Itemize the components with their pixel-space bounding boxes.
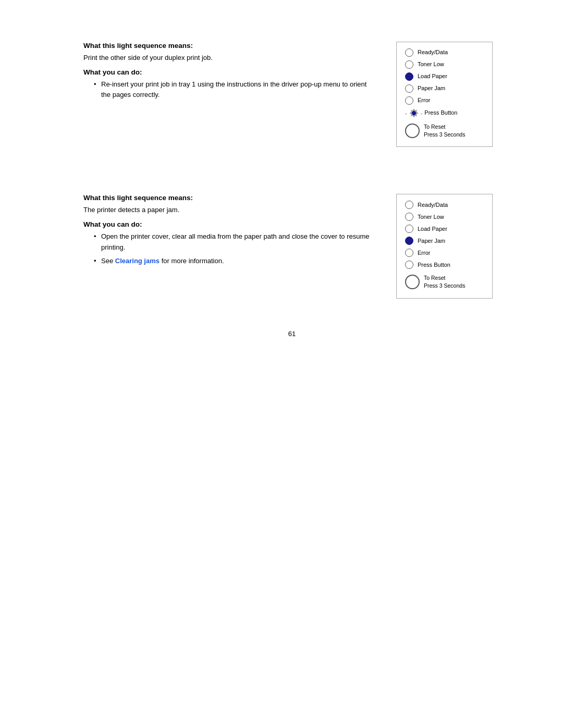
indicator-load-paper-1: Load Paper	[405, 72, 484, 81]
printer-panel-2: Ready/Data Toner Low Load Paper Paper Ja…	[396, 194, 493, 298]
led-error-2	[405, 249, 413, 257]
section-2: What this light sequence means: The prin…	[83, 194, 500, 298]
indicator-paper-jam-2: Paper Jam	[405, 237, 484, 245]
section-2-text: What this light sequence means: The prin…	[83, 194, 375, 298]
indicator-load-paper-2: Load Paper	[405, 225, 484, 233]
clearing-jams-link[interactable]: Clearing jams	[115, 257, 160, 265]
led-sunburst-1	[409, 108, 419, 118]
section-1-bullet-1: Re-insert your print job in tray 1 using…	[94, 79, 375, 101]
press-button-row-1: -	[405, 108, 484, 118]
indicator-ready-data-1: Ready/Data	[405, 48, 484, 57]
led-load-paper-2	[405, 225, 413, 233]
printer-panel-1: Ready/Data Toner Low Load Paper Paper Ja…	[396, 42, 493, 147]
reset-circle-1	[405, 124, 420, 138]
led-toner-low-1	[405, 60, 413, 69]
label-press-button-2: Press Button	[418, 262, 450, 268]
section-1: What this light sequence means: Print th…	[83, 42, 500, 147]
indicator-paper-jam-1: Paper Jam	[405, 84, 484, 93]
led-paper-jam-1	[405, 84, 413, 93]
label-toner-low-1: Toner Low	[418, 61, 444, 68]
reset-row-1: To ResetPress 3 Seconds	[405, 123, 484, 138]
divider	[83, 178, 500, 194]
reset-label-1: To ResetPress 3 Seconds	[424, 123, 465, 138]
section-2-bullet-2: See Clearing jams for more information.	[94, 256, 375, 267]
page-content: What this light sequence means: Print th…	[0, 0, 563, 379]
dash-left-1: -	[405, 110, 407, 116]
section-2-subheading: What you can do:	[83, 220, 375, 228]
led-paper-jam-2	[405, 237, 413, 245]
page-number: 61	[83, 330, 500, 338]
led-ready-data-2	[405, 201, 413, 209]
reset-row-2: To ResetPress 3 Seconds	[405, 274, 484, 289]
indicator-ready-data-2: Ready/Data	[405, 201, 484, 209]
label-ready-data-2: Ready/Data	[418, 202, 448, 208]
label-load-paper-2: Load Paper	[418, 226, 447, 232]
indicator-toner-low-1: Toner Low	[405, 60, 484, 69]
svg-point-8	[412, 112, 415, 115]
label-paper-jam-2: Paper Jam	[418, 238, 445, 244]
section-1-bullets: Re-insert your print job in tray 1 using…	[83, 79, 375, 101]
label-paper-jam-1: Paper Jam	[418, 85, 445, 92]
section-2-bullet-1: Open the printer cover, clear all media …	[94, 231, 375, 253]
indicator-error-1: Error	[405, 96, 484, 105]
label-ready-data-1: Ready/Data	[418, 49, 448, 56]
section-1-heading: What this light sequence means:	[83, 42, 375, 50]
section-1-text: What this light sequence means: Print th…	[83, 42, 375, 147]
label-error-2: Error	[418, 250, 430, 256]
led-load-paper-1	[405, 72, 413, 81]
press-button-row-2: Press Button	[405, 261, 484, 269]
label-press-button-1: Press Button	[424, 109, 457, 116]
indicator-error-2: Error	[405, 249, 484, 257]
led-press-button-2	[405, 261, 413, 269]
dash-right-1: -	[421, 110, 423, 116]
indicator-toner-low-2: Toner Low	[405, 213, 484, 221]
section-2-panel: Ready/Data Toner Low Load Paper Paper Ja…	[396, 194, 500, 298]
section-2-bullets: Open the printer cover, clear all media …	[83, 231, 375, 267]
label-toner-low-2: Toner Low	[418, 214, 444, 220]
led-error-1	[405, 96, 413, 105]
section-1-panel: Ready/Data Toner Low Load Paper Paper Ja…	[396, 42, 500, 147]
reset-label-2: To ResetPress 3 Seconds	[424, 274, 465, 289]
section-2-body: The printer detects a paper jam.	[83, 205, 375, 215]
section-1-body: Print the other side of your duplex prin…	[83, 53, 375, 63]
label-load-paper-1: Load Paper	[418, 73, 447, 80]
led-toner-low-2	[405, 213, 413, 221]
led-ready-data-1	[405, 48, 413, 57]
label-error-1: Error	[418, 97, 430, 104]
section-1-subheading: What you can do:	[83, 68, 375, 76]
reset-circle-2	[405, 275, 420, 289]
section-2-heading: What this light sequence means:	[83, 194, 375, 202]
